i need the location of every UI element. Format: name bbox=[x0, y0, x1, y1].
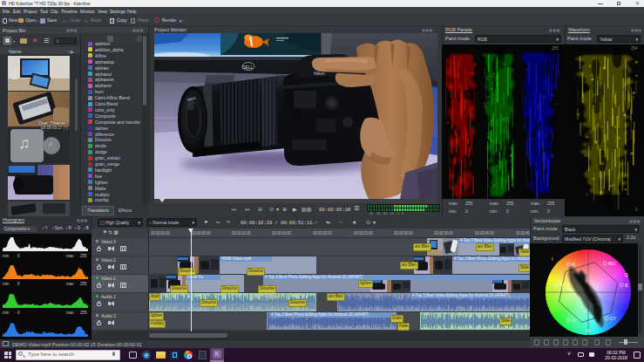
svg-text:min: min bbox=[3, 282, 10, 286]
svg-text:G: G bbox=[573, 318, 576, 323]
svg-text:CY: CY bbox=[610, 316, 617, 321]
svg-text:max: max bbox=[66, 282, 74, 286]
svg-text:0: 0 bbox=[17, 254, 20, 258]
svg-text:R: R bbox=[573, 262, 576, 267]
svg-text:YL: YL bbox=[559, 283, 565, 288]
svg-text:max: max bbox=[66, 254, 74, 258]
svg-text:255: 255 bbox=[80, 282, 87, 286]
svg-text:MG: MG bbox=[608, 261, 615, 266]
svg-text:0: 0 bbox=[17, 311, 20, 315]
svg-text:min: min bbox=[3, 311, 10, 315]
svg-text:I: I bbox=[552, 256, 552, 262]
svg-text:max: max bbox=[66, 311, 74, 315]
svg-text:min: min bbox=[3, 254, 10, 258]
svg-text:255: 255 bbox=[80, 311, 87, 315]
svg-text:0: 0 bbox=[17, 282, 20, 286]
svg-text:2x: 2x bbox=[586, 328, 591, 333]
svg-text:Q: Q bbox=[625, 272, 628, 277]
svg-text:255: 255 bbox=[80, 254, 87, 258]
svg-text:DELL: DELL bbox=[242, 65, 254, 70]
